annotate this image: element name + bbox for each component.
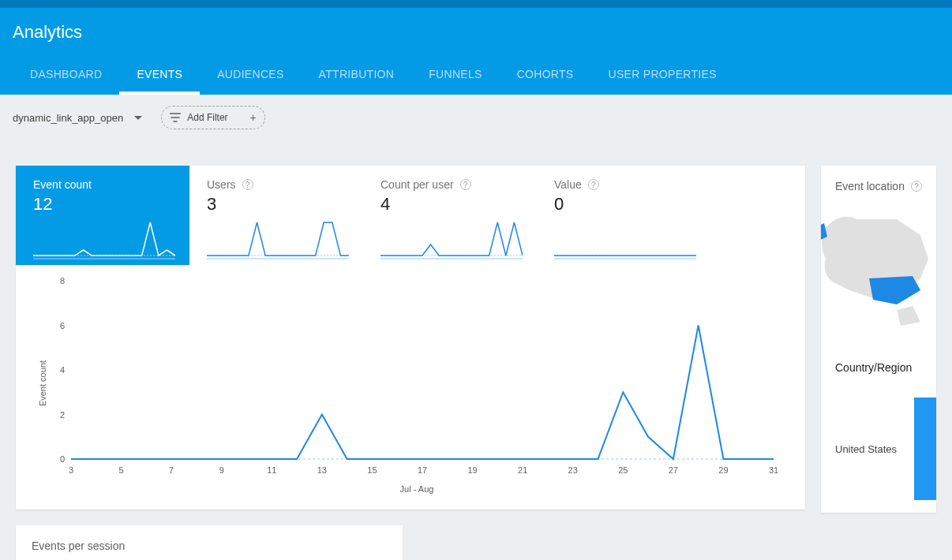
svg-text:3: 3	[69, 465, 73, 475]
metric-value: 0	[554, 194, 695, 215]
help-icon[interactable]: ?	[460, 179, 471, 190]
help-icon[interactable]: ?	[242, 179, 253, 190]
metric-value: 4	[380, 194, 521, 215]
metric-count-per-user[interactable]: Count per user? 4	[363, 166, 537, 265]
metrics-card: Event count 12 Users? 3 Count per user? …	[16, 166, 805, 510]
country-region-title: Country/Region	[835, 361, 936, 374]
metric-label: Value	[554, 178, 582, 191]
y-axis-label: Event count	[35, 360, 47, 406]
svg-text:5: 5	[119, 465, 124, 475]
svg-text:27: 27	[669, 465, 678, 475]
svg-text:31: 31	[769, 465, 778, 475]
svg-text:0: 0	[60, 454, 65, 464]
sparkline-value	[554, 219, 696, 262]
svg-text:21: 21	[518, 465, 527, 475]
svg-text:29: 29	[718, 465, 728, 475]
metric-label: Event count	[33, 178, 92, 191]
tabs: DASHBOARD EVENTS AUDIENCES ATTRIBUTION F…	[13, 57, 939, 95]
header: Analytics DASHBOARD EVENTS AUDIENCES ATT…	[0, 8, 952, 95]
main-chart-svg: 0246835791113151719212325272931	[47, 273, 781, 478]
svg-text:23: 23	[568, 465, 578, 475]
plus-icon: +	[250, 111, 257, 124]
tab-cohorts[interactable]: COHORTS	[500, 57, 591, 95]
metric-label: Users	[207, 178, 236, 191]
filter-row: dynamic_link_app_open Add Filter +	[0, 95, 952, 140]
svg-text:9: 9	[219, 465, 224, 475]
svg-text:15: 15	[367, 465, 377, 475]
svg-text:8: 8	[60, 276, 65, 286]
svg-text:6: 6	[60, 321, 65, 330]
chevron-down-icon	[134, 116, 142, 120]
metric-event-count[interactable]: Event count 12	[16, 166, 189, 265]
page-title: Analytics	[13, 22, 939, 43]
svg-text:19: 19	[467, 465, 477, 475]
help-icon[interactable]: ?	[911, 181, 922, 192]
top-strip	[0, 0, 952, 8]
tab-dashboard[interactable]: DASHBOARD	[13, 57, 119, 95]
sparkline-event-count	[33, 219, 175, 262]
help-icon[interactable]: ?	[588, 179, 599, 190]
svg-text:17: 17	[418, 465, 427, 475]
svg-text:25: 25	[618, 465, 628, 475]
map-north-america	[835, 203, 936, 338]
events-per-session-label: Events per session	[32, 539, 125, 552]
country-row[interactable]: United States	[835, 398, 936, 500]
country-label: United States	[835, 443, 897, 455]
svg-text:7: 7	[169, 465, 174, 475]
svg-text:4: 4	[60, 365, 65, 375]
filter-icon	[170, 113, 181, 122]
x-axis-label: Jul - Aug	[47, 484, 786, 494]
svg-text:11: 11	[267, 465, 276, 475]
tab-user-properties[interactable]: USER PROPERTIES	[591, 57, 734, 95]
events-per-session-card: Events per session	[16, 525, 403, 560]
event-dropdown[interactable]: dynamic_link_app_open	[13, 112, 142, 124]
add-filter-button[interactable]: Add Filter +	[161, 106, 265, 129]
svg-text:13: 13	[317, 465, 327, 475]
sparkline-users	[207, 219, 349, 262]
main-chart: Event count 0246835791113151719212325272…	[16, 265, 805, 510]
metric-users[interactable]: Users? 3	[189, 166, 363, 265]
add-filter-label: Add Filter	[187, 112, 227, 123]
tab-audiences[interactable]: AUDIENCES	[200, 57, 301, 95]
tab-funnels[interactable]: FUNNELS	[411, 57, 499, 95]
event-location-card: Event location ? Country/Region United S…	[821, 166, 936, 513]
tab-events[interactable]: EVENTS	[119, 57, 200, 95]
content: Event count 12 Users? 3 Count per user? …	[0, 140, 952, 560]
metric-value[interactable]: Value? 0	[537, 166, 710, 265]
metric-value: 3	[207, 194, 347, 215]
metric-value: 12	[33, 194, 174, 215]
svg-text:2: 2	[60, 410, 65, 420]
metric-label: Count per user	[380, 178, 454, 191]
country-bar	[914, 398, 936, 500]
sparkline-count-per-user	[380, 219, 523, 262]
event-dropdown-value: dynamic_link_app_open	[13, 112, 123, 124]
event-location-title: Event location	[835, 180, 905, 192]
tab-attribution[interactable]: ATTRIBUTION	[302, 57, 412, 95]
